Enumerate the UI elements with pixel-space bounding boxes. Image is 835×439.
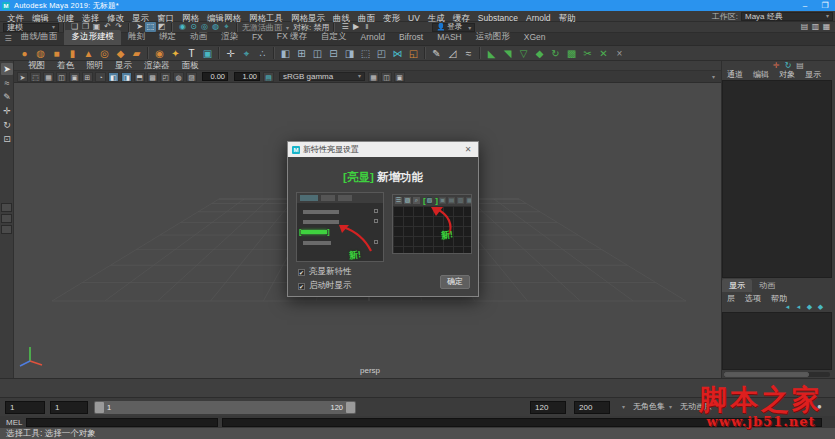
scrollbar-thumb[interactable]	[724, 372, 809, 377]
mel-label[interactable]: MEL	[0, 418, 26, 427]
auto-keyframe-icon[interactable]: ⌖	[800, 402, 813, 412]
chevron-down-icon[interactable]: ▾	[669, 403, 672, 410]
bevel-icon[interactable]: ◨	[343, 47, 356, 60]
poly-textured-sphere-icon[interactable]: ◍	[34, 47, 47, 60]
playback-end-field[interactable]: 120	[530, 401, 566, 414]
cleanup-icon[interactable]: ×	[613, 47, 626, 60]
crease-tool-icon[interactable]: ✎	[430, 47, 443, 60]
viewport-camera-icon[interactable]: ⬚	[30, 72, 41, 82]
viewport-select-icon[interactable]: ➤	[17, 72, 28, 82]
delete-edge-icon[interactable]: ✕	[597, 47, 610, 60]
triangulate-icon[interactable]: ▩	[565, 47, 578, 60]
close-icon[interactable]: ✕	[462, 145, 474, 154]
gamma-field[interactable]: 1.00	[234, 72, 260, 81]
playback-start-field[interactable]: 1	[50, 401, 88, 414]
preferences-icon[interactable]: ●	[813, 402, 826, 412]
panel-menu-item[interactable]: 渲染器	[138, 60, 176, 72]
boolean-icon[interactable]: ⊞	[295, 47, 308, 60]
attribute-editor-icon[interactable]: ▥	[810, 22, 821, 32]
view-transform-dropdown[interactable]: sRGB gamma ▾	[279, 72, 365, 81]
layer-editor-tab[interactable]: 动画	[752, 279, 782, 292]
dialog-titlebar[interactable]: M 新特性亮显设置 ✕	[288, 142, 478, 157]
shelf-icon[interactable]	[479, 47, 481, 59]
shelf-tab[interactable]: 多边形建模	[64, 30, 121, 45]
ok-button[interactable]: 确定	[440, 275, 470, 289]
viewport-resolution-icon[interactable]: ▣	[69, 72, 80, 82]
viewport-grid-icon[interactable]: ▦	[43, 72, 54, 82]
layer-editor-menu-item[interactable]: 选项	[740, 293, 766, 304]
shelf-icon[interactable]	[218, 47, 220, 59]
modeling-toolkit-icon[interactable]: ▤	[799, 22, 810, 32]
range-end-handle[interactable]	[346, 402, 355, 413]
shelf-tab[interactable]: 动画	[183, 30, 214, 45]
retopologize-icon[interactable]: ◆	[533, 47, 546, 60]
panel-menu-item[interactable]: 照明	[80, 60, 109, 72]
maximize-button[interactable]: ❐	[815, 0, 835, 11]
multi-cut-icon[interactable]: ⬚	[359, 47, 372, 60]
layer-empty-icon[interactable]: ◆	[804, 303, 815, 311]
scale-tool-icon[interactable]: ⊡	[1, 133, 13, 145]
shelf-tab[interactable]: 曲线/曲面	[14, 30, 64, 45]
poly-disc-icon[interactable]: ▰	[130, 47, 143, 60]
viewport-field-chart-icon[interactable]: ◔	[95, 72, 106, 82]
paint-select-tool-icon[interactable]: ✎	[1, 91, 13, 103]
shelf-tab[interactable]: FX	[245, 31, 270, 44]
layout-single-pane-button[interactable]	[1, 203, 12, 212]
anim-layer-dropdown[interactable]: 无动画层	[680, 401, 712, 412]
channel-box-menu-item[interactable]: 通道	[722, 69, 748, 80]
shelf-tab[interactable]: 运动图形	[469, 30, 517, 45]
poly-text-icon[interactable]: T	[185, 47, 198, 60]
panel-menu-item[interactable]: 显示	[109, 60, 138, 72]
append-polygon-icon[interactable]: ◥	[501, 47, 514, 60]
move-tool-icon[interactable]: ✛	[1, 105, 13, 117]
edge-flow-icon[interactable]: ≈	[462, 47, 475, 60]
rotate-tool-icon[interactable]: ↻	[1, 119, 13, 131]
reduce-icon[interactable]: ▽	[517, 47, 530, 60]
mel-input[interactable]	[26, 418, 218, 427]
exposure-field[interactable]: 0.00	[202, 72, 228, 81]
shelf-tab[interactable]: MASH	[430, 31, 469, 44]
fill-hole-icon[interactable]: ◣	[485, 47, 498, 60]
poly-torus-icon[interactable]: ◎	[98, 47, 111, 60]
view-transform-icon[interactable]: ▤	[263, 72, 274, 82]
chevron-down-icon[interactable]: ▾	[622, 403, 625, 410]
xray-icon[interactable]: ◫	[381, 72, 392, 82]
layer-from-selected-icon[interactable]: ◆	[815, 303, 826, 311]
target-weld-icon[interactable]: ◰	[375, 47, 388, 60]
chevron-down-icon[interactable]: ▾	[712, 73, 721, 80]
layout-four-pane-button[interactable]	[1, 214, 12, 223]
channel-box-menu-item[interactable]: 显示	[800, 69, 826, 80]
shelf-menu-icon[interactable]: ☰	[2, 33, 14, 45]
isolate-select-icon[interactable]: ▦	[368, 72, 379, 82]
poly-type-icon[interactable]: ▣	[201, 47, 214, 60]
viewport-shading-icon[interactable]: ◧	[108, 72, 119, 82]
separate-icon[interactable]: ✂	[581, 47, 594, 60]
horizontal-scrollbar[interactable]	[724, 372, 830, 377]
layer-editor-menu-item[interactable]: 层	[722, 293, 740, 304]
quad-draw-icon[interactable]: ◿	[446, 47, 459, 60]
bridge-icon[interactable]: ◫	[311, 47, 324, 60]
poly-platonic-icon[interactable]: ◉	[153, 47, 166, 60]
remesh-icon[interactable]: ↻	[549, 47, 562, 60]
layer-list[interactable]	[722, 312, 832, 370]
sweep-mesh-icon[interactable]: ✦	[169, 47, 182, 60]
combine-icon[interactable]: ◧	[279, 47, 292, 60]
shelf-icon[interactable]	[273, 47, 275, 59]
panel-menu-item[interactable]: 着色	[51, 60, 80, 72]
select-tool-icon[interactable]: ➤	[1, 63, 13, 75]
viewport-motion-blur-icon[interactable]: ◍	[173, 72, 184, 82]
poly-cone-icon[interactable]: ▲	[82, 47, 95, 60]
viewport-screenspace-ao-icon[interactable]: ◰	[160, 72, 171, 82]
viewport-antialias-icon[interactable]: ▨	[186, 72, 197, 82]
character-set-dropdown[interactable]: 无角色集	[633, 401, 665, 412]
layer-move-up-icon[interactable]: ◂	[782, 303, 793, 311]
shelf-tab[interactable]: 雕刻	[121, 30, 152, 45]
minimize-button[interactable]: –	[795, 0, 815, 11]
layer-move-down-icon[interactable]: ◂	[793, 303, 804, 311]
shelf-icon[interactable]	[147, 47, 149, 59]
viewport-textured-icon[interactable]: ◨	[121, 72, 132, 82]
viewport-gate-mask-icon[interactable]: ⊞	[82, 72, 93, 82]
axis-icon[interactable]: ✛	[224, 47, 237, 60]
shelf-tab[interactable]: 渲染	[214, 30, 245, 45]
poly-cube-icon[interactable]: ■	[50, 47, 63, 60]
